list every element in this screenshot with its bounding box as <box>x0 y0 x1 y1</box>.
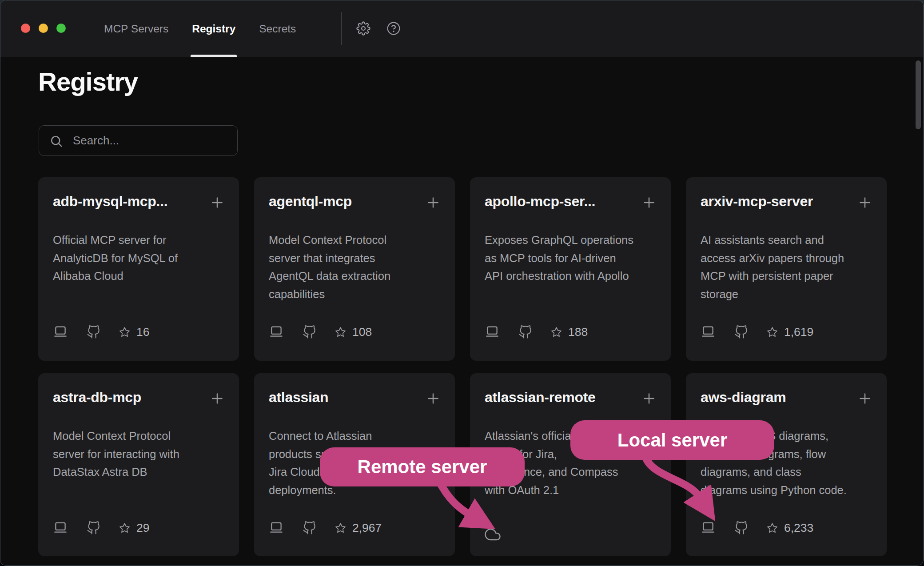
close-window-button[interactable] <box>21 24 30 33</box>
minimize-window-button[interactable] <box>39 24 48 33</box>
server-name: aws-diagram <box>701 389 786 406</box>
remote-server-callout: Remote server <box>320 447 525 486</box>
settings-gear-icon[interactable] <box>356 21 370 36</box>
add-server-button[interactable] <box>425 195 441 211</box>
server-card-astra-db-mcp[interactable]: astra-db-mcp Model Context Protocol serv… <box>38 373 239 556</box>
registry-page: Registry adb-mysql-mcp... Official MCP s… <box>0 57 923 565</box>
card-footer: 29 <box>53 519 149 536</box>
page-title: Registry <box>38 67 138 96</box>
card-footer: 16 <box>53 323 149 340</box>
star-icon <box>335 326 346 338</box>
zoom-window-button[interactable] <box>56 24 66 33</box>
add-server-button[interactable] <box>641 195 657 211</box>
local-server-label: Local server <box>617 430 728 451</box>
server-card-grid: adb-mysql-mcp... Official MCP server for… <box>38 177 887 556</box>
star-count: 108 <box>352 325 372 339</box>
laptop-icon <box>269 520 284 535</box>
github-icon <box>518 325 532 339</box>
server-description: AI assistants search and access arXiv pa… <box>701 231 876 303</box>
star-count: 2,967 <box>352 521 382 535</box>
laptop-icon <box>485 324 500 339</box>
github-icon <box>734 325 748 339</box>
add-server-button[interactable] <box>857 391 873 407</box>
card-footer: 1,619 <box>701 323 813 340</box>
search-input[interactable] <box>39 126 237 155</box>
star-icon <box>766 326 778 338</box>
add-server-button[interactable] <box>641 391 657 407</box>
github-icon <box>87 325 100 339</box>
server-description: Model Context Protocol server for intera… <box>53 427 228 481</box>
star-count: 6,233 <box>784 521 813 535</box>
vertical-scrollbar[interactable] <box>916 60 921 129</box>
github-icon <box>87 521 100 535</box>
server-description: Model Context Protocol server that integ… <box>269 231 444 303</box>
server-name: astra-db-mcp <box>53 389 141 406</box>
tab-mcp-servers[interactable]: MCP Servers <box>103 0 170 57</box>
server-card-arxiv-mcp-server[interactable]: arxiv-mcp-server AI assistants search an… <box>686 177 887 361</box>
server-name: adb-mysql-mcp... <box>53 193 167 210</box>
card-footer <box>485 526 501 543</box>
star-icon <box>550 326 562 338</box>
server-description: Official MCP server for AnalyticDB for M… <box>53 231 228 285</box>
github-icon <box>303 521 316 535</box>
laptop-icon <box>53 520 68 535</box>
search-box <box>39 125 238 156</box>
star-icon <box>335 522 346 534</box>
server-card-adb-mysql-mcp[interactable]: adb-mysql-mcp... Official MCP server for… <box>38 177 239 361</box>
cloud-icon <box>485 526 501 542</box>
traffic-lights <box>21 24 66 33</box>
card-footer: 6,233 <box>701 519 813 536</box>
toolbar-divider <box>341 12 342 45</box>
star-count: 16 <box>136 325 149 339</box>
server-description: Exposes GraphQL operations as MCP tools … <box>485 231 660 285</box>
card-footer: 188 <box>485 323 588 340</box>
card-footer: 108 <box>269 323 372 340</box>
toolbar: MCP Servers Registry Secrets <box>0 0 923 57</box>
star-count: 29 <box>136 521 149 535</box>
star-count: 188 <box>568 325 588 339</box>
add-server-button[interactable] <box>425 391 441 407</box>
server-name: arxiv-mcp-server <box>701 193 813 210</box>
star-count: 1,619 <box>784 325 813 339</box>
card-footer: 2,967 <box>269 519 382 536</box>
add-server-button[interactable] <box>209 195 225 211</box>
tab-registry[interactable]: Registry <box>191 0 237 57</box>
laptop-icon <box>701 324 716 339</box>
server-card-agentql-mcp[interactable]: agentql-mcp Model Context Protocol serve… <box>254 177 455 361</box>
star-icon <box>119 326 131 338</box>
remote-server-label: Remote server <box>358 456 487 478</box>
add-server-button[interactable] <box>209 391 225 407</box>
add-server-button[interactable] <box>857 195 873 211</box>
server-name: agentql-mcp <box>269 193 352 210</box>
server-name: apollo-mcp-ser... <box>485 193 595 210</box>
app-window: MCP Servers Registry Secrets Registry <box>0 0 924 566</box>
server-name: atlassian-remote <box>485 389 596 406</box>
nav-tabs: MCP Servers Registry Secrets <box>103 0 297 57</box>
laptop-icon <box>269 324 284 339</box>
tab-secrets[interactable]: Secrets <box>258 0 297 57</box>
laptop-icon <box>53 324 68 339</box>
server-name: atlassian <box>269 389 328 406</box>
github-icon <box>303 325 316 339</box>
star-icon <box>119 522 131 534</box>
help-circle-icon[interactable] <box>386 21 401 36</box>
server-card-aws-diagram[interactable]: aws-diagram Generate AWS diagrams, seque… <box>686 373 887 556</box>
star-icon <box>766 522 778 534</box>
server-card-apollo-mcp-server[interactable]: apollo-mcp-ser... Exposes GraphQL operat… <box>470 177 671 361</box>
github-icon <box>734 521 748 535</box>
local-server-callout: Local server <box>570 420 774 460</box>
laptop-icon <box>701 520 716 535</box>
